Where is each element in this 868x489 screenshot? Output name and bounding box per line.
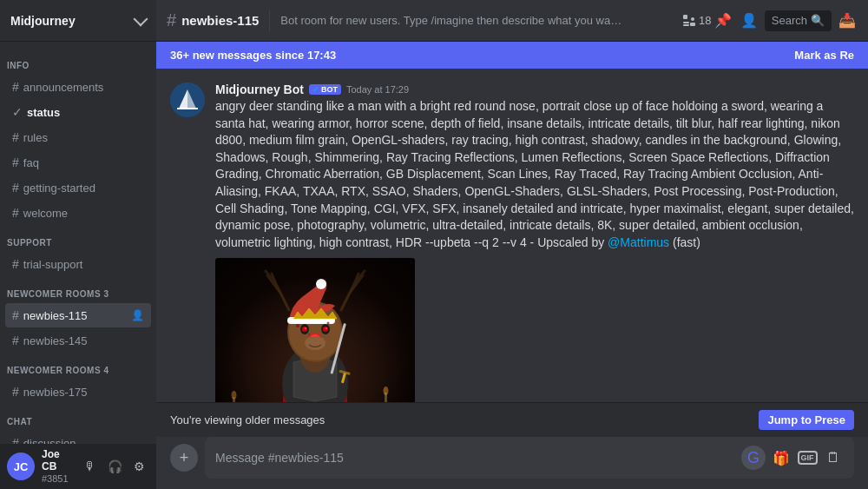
- sidebar-item-getting-started[interactable]: # getting-started: [5, 175, 151, 200]
- hash-icon: #: [12, 385, 19, 399]
- chevron-down-icon: [134, 11, 148, 26]
- new-messages-text: 36+ new messages since 17:43: [170, 49, 336, 62]
- search-box[interactable]: Search 🔍: [765, 10, 832, 31]
- channel-name: newbies-115: [23, 309, 88, 322]
- settings-button[interactable]: ⚙: [128, 456, 149, 477]
- new-messages-banner: 36+ new messages since 17:43 Mark as Re: [156, 42, 868, 69]
- add-attachment-button[interactable]: +: [170, 444, 198, 472]
- hash-icon: #: [12, 206, 19, 220]
- sidebar-item-newbies-145[interactable]: # newbies-145: [5, 328, 151, 353]
- gif-label: GIF: [798, 451, 818, 466]
- hash-icon: #: [167, 10, 176, 30]
- sidebar-item-newbies-115[interactable]: # newbies-115 👤: [5, 303, 151, 327]
- channel-name: rules: [23, 131, 48, 144]
- main-content: # newbies-115 Bot room for new users. Ty…: [156, 0, 868, 489]
- sidebar-item-welcome[interactable]: # welcome: [5, 201, 151, 225]
- inbox-icon[interactable]: 📥: [837, 10, 858, 31]
- section-label-newcomer3: NEWCOMER ROOMS 3: [0, 277, 156, 302]
- channel-name: welcome: [23, 207, 68, 220]
- channel-name: announcements: [23, 81, 104, 94]
- section-label-info: INFO: [0, 49, 156, 74]
- sidebar-item-faq[interactable]: # faq: [5, 150, 151, 175]
- user-discriminator: #3851: [42, 473, 73, 485]
- channel-list: INFO # announcements ✓ status # rules # …: [0, 42, 156, 444]
- bot-username: Midjourney Bot: [215, 83, 304, 96]
- message-body: angry deer standing like a man with a br…: [215, 99, 854, 249]
- user-mention[interactable]: @Mattimus: [608, 235, 669, 249]
- message-image: [215, 258, 415, 402]
- message-header: Midjourney Bot ✓ BOT Today at 17:29: [215, 83, 854, 96]
- section-label-chat: CHAT: [0, 405, 156, 430]
- svg-rect-3: [691, 17, 694, 21]
- message-timestamp: Today at 17:29: [346, 84, 409, 95]
- user-info: Joe CB #3851: [42, 448, 73, 485]
- add-member-icon[interactable]: 👤: [739, 10, 760, 31]
- older-messages-banner: You're viewing older messages Jump to Pr…: [156, 402, 868, 437]
- gif-button[interactable]: GIF: [797, 447, 818, 468]
- input-action-buttons: G 🎁 GIF 🗒: [741, 446, 844, 470]
- channel-name: trial-support: [23, 258, 83, 271]
- svg-rect-35: [215, 258, 415, 402]
- mark-as-read-button[interactable]: Mark as Re: [794, 49, 854, 62]
- channel-title: # newbies-115: [167, 10, 259, 30]
- mute-button[interactable]: 🎙: [80, 456, 101, 477]
- hash-icon: #: [12, 257, 19, 271]
- hash-members-icon: 18: [682, 14, 711, 28]
- channel-name: discussion: [23, 437, 76, 445]
- message-speed: (fast): [673, 235, 700, 249]
- channel-name: faq: [23, 156, 39, 169]
- sidebar-item-announcements[interactable]: # announcements: [5, 75, 151, 99]
- message-input-placeholder: Message #newbies-115: [215, 451, 344, 465]
- hash-icon: #: [12, 436, 19, 444]
- channel-title-text: newbies-115: [181, 13, 259, 28]
- channel-description: Bot room for new users. Type /imagine th…: [280, 14, 628, 27]
- pin-icon[interactable]: 📌: [713, 10, 733, 31]
- username: Joe CB: [42, 448, 73, 473]
- message-content: Midjourney Bot ✓ BOT Today at 17:29 angr…: [215, 83, 854, 402]
- message-suffix: - Upscaled by: [530, 235, 608, 249]
- avatar: JC: [7, 453, 35, 480]
- sidebar-item-newbies-175[interactable]: # newbies-175: [5, 380, 151, 404]
- older-messages-text: You're viewing older messages: [170, 413, 325, 426]
- topbar: # newbies-115 Bot room for new users. Ty…: [156, 0, 868, 42]
- message-input-box[interactable]: Message #newbies-115 G 🎁 GIF 🗒: [205, 437, 854, 479]
- topbar-actions: 18 📌 👤 Search 🔍 📥: [687, 10, 858, 31]
- check-icon: ✓: [12, 105, 23, 119]
- channel-name: newbies-145: [23, 334, 88, 347]
- deafen-button[interactable]: 🎧: [104, 456, 125, 477]
- message-text: angry deer standing like a man with a br…: [215, 98, 854, 251]
- hash-icon: #: [12, 155, 19, 169]
- members-icon[interactable]: 18: [687, 10, 707, 31]
- svg-rect-0: [683, 15, 687, 19]
- message-input-area: + Message #newbies-115 G 🎁 GIF 🗒: [156, 437, 868, 489]
- jump-to-present-button[interactable]: Jump to Prese: [759, 410, 854, 430]
- server-header[interactable]: Midjourney: [0, 0, 156, 42]
- user-action-icons: 🎙 🎧 ⚙: [80, 456, 149, 477]
- svg-rect-4: [690, 23, 695, 26]
- channel-name: status: [27, 106, 60, 119]
- hash-icon: #: [12, 181, 19, 195]
- search-placeholder: Search: [772, 14, 807, 27]
- bot-badge: ✓ BOT: [309, 84, 341, 95]
- sidebar-item-status[interactable]: ✓ status: [5, 100, 151, 124]
- section-label-support: SUPPORT: [0, 226, 156, 251]
- sidebar-item-trial-support[interactable]: # trial-support: [5, 252, 151, 276]
- sidebar-item-rules[interactable]: # rules: [5, 125, 151, 149]
- messages-area[interactable]: Midjourney Bot ✓ BOT Today at 17:29 angr…: [156, 69, 868, 402]
- sidebar-item-discussion[interactable]: # discussion: [5, 431, 151, 444]
- svg-rect-1: [683, 22, 689, 23]
- hash-icon: #: [12, 334, 19, 347]
- gift-button[interactable]: 🎁: [771, 447, 792, 468]
- hash-icon: #: [12, 130, 19, 144]
- emoji-button[interactable]: G: [741, 446, 766, 470]
- user-area: JC Joe CB #3851 🎙 🎧 ⚙: [0, 444, 156, 489]
- search-icon: 🔍: [811, 14, 825, 27]
- member-count-badge: 18: [699, 14, 711, 27]
- deer-artwork: [215, 258, 415, 402]
- hash-icon: #: [12, 80, 19, 94]
- message-group: Midjourney Bot ✓ BOT Today at 17:29 angr…: [170, 83, 854, 402]
- sticker-button[interactable]: 🗒: [823, 447, 844, 468]
- topbar-divider: [269, 10, 270, 31]
- bot-avatar: [170, 83, 205, 117]
- section-label-newcomer4: NEWCOMER ROOMS 4: [0, 354, 156, 379]
